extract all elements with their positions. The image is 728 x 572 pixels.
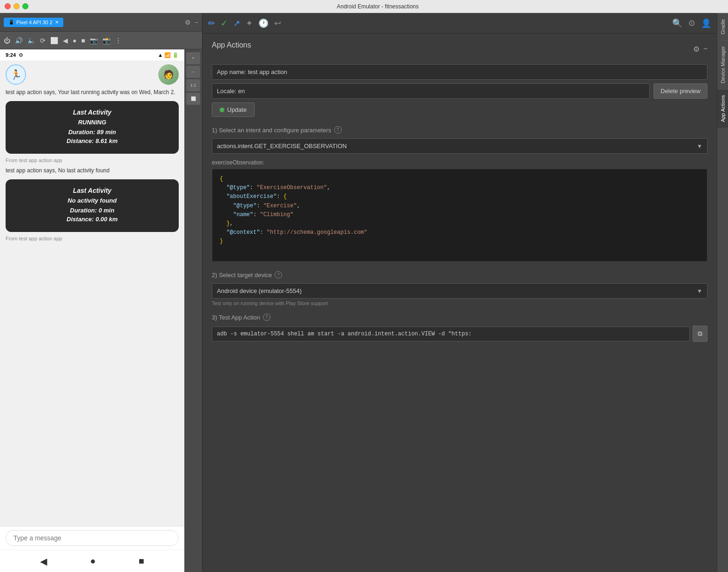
zoom-in-icon: +: [192, 56, 194, 61]
panel-minimize-icon[interactable]: −: [703, 45, 708, 54]
search-icon[interactable]: 🔍: [672, 18, 682, 28]
section3-text: 3) Test App Action: [212, 314, 260, 321]
home-nav-button[interactable]: ●: [90, 556, 95, 566]
from-text-1: From test app action app: [6, 157, 179, 163]
phone-header: 🏃 🧑: [6, 64, 179, 85]
volume-up-icon[interactable]: 🔊: [15, 37, 23, 44]
side-tabs: Gradle Device Manager App Actions: [717, 13, 728, 572]
card2-type: No activity found: [13, 197, 171, 204]
battery-icon: 🔋: [172, 52, 179, 58]
clock-icon[interactable]: 🕐: [258, 18, 269, 28]
sidebar-item-app-actions[interactable]: App Actions: [717, 89, 728, 128]
recents-nav-button[interactable]: ■: [139, 556, 144, 566]
phone-content[interactable]: 🏃 🧑 test app action says, Your last runn…: [0, 61, 184, 526]
zoom-in-button[interactable]: +: [186, 52, 200, 64]
locale-row: Delete preview: [212, 83, 708, 99]
message-input[interactable]: [6, 530, 179, 546]
card1-distance: Distance: 8.61 km: [13, 137, 171, 144]
section1-help-icon[interactable]: ?: [334, 126, 342, 134]
main-container: 📱 Pixel 4 API 30 2 ✕ ⚙ − ⏻ 🔊 🔈 ⟳ ⬜ ◀ ● ■…: [0, 13, 728, 572]
phone-inner: 9:24 ⚙ ▲ 📶 🔋 🏃: [0, 49, 184, 572]
sidebar-item-device-manager[interactable]: Device Manager: [717, 40, 728, 89]
signal-icon: 📶: [164, 52, 171, 58]
update-button[interactable]: Update: [212, 102, 255, 117]
panel-gear-icon[interactable]: ⚙: [693, 45, 700, 54]
phone-nav-bar: ◀ ● ■: [0, 550, 184, 572]
locale-field[interactable]: [212, 83, 650, 99]
device-dropdown[interactable]: Android device (emulator-5554) ▼: [212, 283, 708, 299]
back-nav-button[interactable]: ◀: [40, 556, 47, 567]
adb-command-row: ⧉: [212, 326, 708, 342]
zoom-out-button[interactable]: –: [186, 66, 200, 78]
pin-icon[interactable]: ✦: [246, 18, 253, 28]
phone-time: 9:24: [6, 52, 16, 58]
json-editor[interactable]: { "@type": "ExerciseObservation", "about…: [212, 169, 708, 262]
settings-icon[interactable]: ⚙: [185, 19, 191, 26]
message-input-row: [0, 526, 184, 550]
device-dropdown-value: Android device (emulator-5554): [217, 287, 302, 294]
json-label: exerciseObservation:: [212, 159, 708, 166]
delete-preview-button[interactable]: Delete preview: [654, 83, 708, 99]
checkmark-icon[interactable]: ✓: [221, 18, 228, 28]
actual-size-button[interactable]: 1:1: [186, 79, 200, 91]
status-bar: 9:24 ⚙ ▲ 📶 🔋: [0, 49, 184, 61]
card2-duration: Duration: 0 min: [13, 207, 171, 214]
gear-icon[interactable]: ⚙: [688, 18, 695, 28]
back-arrow-icon[interactable]: ◀: [63, 37, 68, 44]
more-icon[interactable]: ⋮: [115, 37, 121, 44]
landscape-icon[interactable]: ⬜: [50, 37, 58, 44]
settings-shortcut-icon[interactable]: ⚙: [19, 52, 23, 58]
activity-card-2: Last Activity No activity found Duration…: [6, 179, 179, 232]
device-icon: 📱: [8, 20, 14, 25]
card1-type: RUNNING: [13, 119, 171, 126]
window-title: Android Emulator - fitnessactions: [32, 3, 723, 10]
dropdown-arrow-icon: ▼: [697, 143, 702, 150]
update-label: Update: [227, 106, 247, 113]
traffic-lights: [5, 3, 28, 9]
status-icons: ▲ 📶 🔋: [158, 52, 179, 58]
emulator-tab[interactable]: 📱 Pixel 4 API 30 2 ✕: [4, 18, 63, 27]
wifi-icon: ▲: [158, 52, 163, 58]
minimize-button[interactable]: [13, 3, 20, 9]
adb-command-field[interactable]: [212, 327, 690, 341]
panel-title-row: App Actions ⚙ −: [212, 41, 708, 57]
right-panel: ✏ ✓ ↗ ✦ 🕐 ↩ 🔍 ⚙ 👤 App Actions ⚙: [202, 13, 728, 572]
device-hint: Test only on running device with Play St…: [212, 300, 708, 306]
maximize-button[interactable]: [22, 3, 28, 9]
emulator-panel: 📱 Pixel 4 API 30 2 ✕ ⚙ − ⏻ 🔊 🔈 ⟳ ⬜ ◀ ● ■…: [0, 13, 202, 572]
running-icon: 🏃: [6, 64, 26, 85]
tab-close-icon[interactable]: ✕: [55, 20, 59, 25]
minimize-icon[interactable]: −: [195, 19, 198, 26]
sidebar-item-gradle[interactable]: Gradle: [717, 13, 728, 40]
screenshot-icon[interactable]: 📸: [102, 37, 110, 44]
zoom-out-icon: –: [192, 69, 194, 74]
overview-icon[interactable]: ■: [81, 37, 85, 44]
intent-dropdown-value: actions.intent.GET_EXERCISE_OBSERVATION: [217, 143, 347, 150]
activity-card-1: Last Activity RUNNING Duration: 89 min D…: [6, 101, 179, 154]
phone-bottom: ◀ ● ■: [0, 526, 184, 572]
intent-dropdown[interactable]: actions.intent.GET_EXERCISE_OBSERVATION …: [212, 138, 708, 154]
copy-icon: ⧉: [698, 330, 702, 337]
volume-down-icon[interactable]: 🔈: [27, 37, 35, 44]
user-icon[interactable]: 👤: [701, 18, 711, 28]
power-icon[interactable]: ⏻: [4, 37, 10, 44]
section2-help-icon[interactable]: ?: [275, 271, 282, 279]
section1-text: 1) Select an intent and configure parame…: [212, 127, 331, 134]
copy-button[interactable]: ⧉: [693, 326, 708, 342]
rotate-icon[interactable]: ⟳: [40, 37, 46, 44]
message-text-2: test app action says, No last activity f…: [6, 167, 179, 175]
camera-icon[interactable]: 📷: [90, 37, 98, 44]
phone-side-controls: + – 1:1 ⬜: [184, 49, 202, 572]
undo-icon[interactable]: ↩: [274, 18, 281, 28]
section2-text: 2) Select target device: [212, 272, 272, 279]
app-name-field[interactable]: [212, 64, 708, 80]
update-status-dot: [220, 108, 224, 112]
panel-title: App Actions: [212, 41, 251, 49]
pencil-icon[interactable]: ✏: [208, 18, 215, 28]
arrow-up-icon[interactable]: ↗: [233, 18, 240, 28]
home-icon[interactable]: ●: [73, 37, 76, 44]
section3-help-icon[interactable]: ?: [263, 313, 270, 321]
close-button[interactable]: [5, 3, 11, 9]
section1-label: 1) Select an intent and configure parame…: [212, 126, 708, 134]
fullscreen-button[interactable]: ⬜: [186, 93, 200, 105]
